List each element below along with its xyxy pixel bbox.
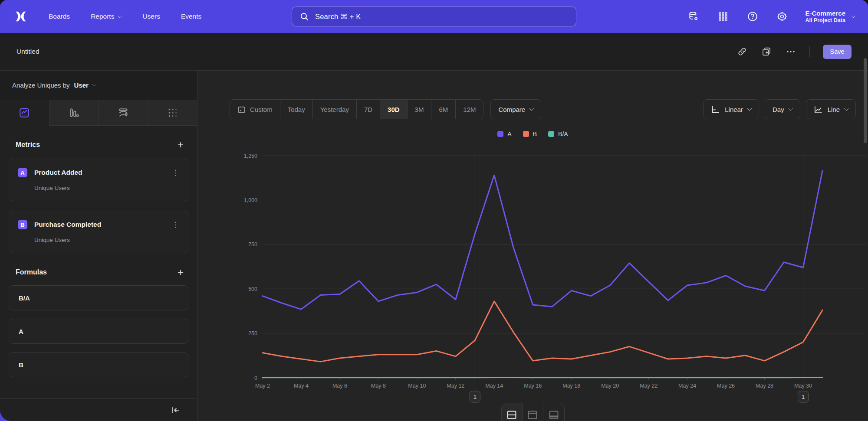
split-view-icon: [506, 410, 517, 420]
toggle-split-view[interactable]: [502, 403, 523, 421]
metric-card-purchase-completed[interactable]: B Purchase Completed ⋮ Unique Users: [9, 210, 188, 253]
project-selector[interactable]: E-Commerce All Project Data: [805, 10, 855, 24]
annotation-badge[interactable]: 1: [798, 391, 809, 402]
analyze-uniques-bar: Analyze Uniques by User: [0, 71, 197, 100]
more-options-icon[interactable]: [785, 46, 796, 57]
help-icon[interactable]: [746, 10, 759, 23]
calendar-icon: [237, 105, 246, 114]
svg-text:May 22: May 22: [640, 383, 658, 389]
report-type-tabs: [0, 100, 197, 126]
scrollbar-thumb[interactable]: [864, 58, 867, 143]
metrics-section-title: Metrics: [16, 141, 40, 149]
annotation-badge[interactable]: 1: [470, 391, 480, 402]
nav-item-users[interactable]: Users: [142, 13, 160, 20]
flows-icon: [118, 107, 129, 118]
analyze-value-dropdown[interactable]: User: [74, 82, 89, 89]
view-layout-toggles: [501, 403, 565, 421]
toggle-table-view[interactable]: [543, 403, 564, 421]
svg-text:500: 500: [248, 286, 257, 292]
formula-label: A: [19, 328, 23, 335]
chart-legend: A B B/A: [197, 130, 868, 138]
range-yesterday[interactable]: Yesterday: [313, 100, 357, 119]
data-management-icon[interactable]: [687, 10, 700, 23]
formula-card-b[interactable]: B: [9, 352, 188, 377]
nav-item-events[interactable]: Events: [181, 13, 201, 20]
formula-card-a[interactable]: A: [9, 319, 188, 344]
range-today[interactable]: Today: [280, 100, 313, 119]
legend-item-a[interactable]: A: [497, 131, 511, 137]
nav-item-reports[interactable]: Reports: [91, 13, 122, 20]
tab-flows[interactable]: [99, 100, 148, 126]
range-6m[interactable]: 6M: [431, 100, 456, 119]
svg-text:0: 0: [254, 375, 257, 381]
tab-retention[interactable]: [148, 100, 197, 126]
chart-controls: Custom Today Yesterday 7D 30D 3M 6M 12M …: [230, 99, 856, 119]
svg-text:May 8: May 8: [371, 383, 386, 389]
save-button[interactable]: Save: [823, 45, 852, 59]
top-nav: Boards Reports Users Events Search ⌘ + K: [0, 0, 868, 33]
formula-card-ba[interactable]: B/A: [9, 285, 188, 310]
svg-text:May 14: May 14: [485, 383, 503, 389]
sidebar-footer: [0, 398, 197, 421]
svg-text:May 26: May 26: [717, 383, 735, 389]
metric-menu-icon[interactable]: ⋮: [172, 168, 179, 177]
duplicate-icon[interactable]: [761, 46, 772, 57]
metric-card-product-added[interactable]: A Product Added ⋮ Unique Users: [9, 158, 188, 201]
tab-funnels[interactable]: [49, 100, 99, 126]
metric-name: Purchase Completed: [34, 221, 101, 228]
nav-item-boards[interactable]: Boards: [49, 13, 70, 20]
metric-measure-dropdown[interactable]: Unique Users: [18, 185, 179, 191]
legend-swatch: [548, 131, 554, 137]
metric-measure-dropdown[interactable]: Unique Users: [18, 237, 179, 243]
project-name: E-Commerce: [805, 10, 845, 18]
range-custom[interactable]: Custom: [230, 100, 280, 119]
chevron-down-icon: [118, 13, 122, 18]
svg-text:1: 1: [802, 394, 805, 400]
range-12m[interactable]: 12M: [456, 100, 483, 119]
add-metric-button[interactable]: +: [175, 140, 186, 149]
svg-text:May 18: May 18: [562, 383, 580, 389]
add-formula-button[interactable]: +: [175, 268, 186, 277]
analyze-label: Analyze Uniques by: [12, 82, 70, 89]
legend-swatch: [523, 131, 529, 137]
svg-text:May 12: May 12: [447, 383, 464, 389]
search-icon: [300, 12, 309, 21]
chevron-down-icon: [851, 13, 855, 18]
svg-text:1,000: 1,000: [244, 197, 257, 203]
report-title[interactable]: Untitled: [16, 48, 39, 55]
mixpanel-logo-icon[interactable]: [13, 9, 28, 24]
svg-text:May 6: May 6: [332, 383, 347, 389]
collapse-sidebar-icon[interactable]: [171, 405, 181, 415]
interval-dropdown[interactable]: Day: [765, 99, 800, 119]
svg-text:May 30: May 30: [794, 383, 812, 389]
insights-chart-icon: [19, 107, 30, 118]
svg-text:1,250: 1,250: [244, 153, 257, 159]
linear-axis-icon: [711, 105, 720, 114]
legend-item-ba[interactable]: B/A: [548, 131, 568, 137]
chart-svg[interactable]: 02505007501,0001,25011May 2May 4May 6May…: [197, 138, 868, 405]
range-3m[interactable]: 3M: [408, 100, 432, 119]
date-range-control: Custom Today Yesterday 7D 30D 3M 6M 12M: [230, 99, 483, 119]
legend-item-b[interactable]: B: [523, 131, 537, 137]
chart-view-icon: [527, 410, 538, 420]
tab-insights[interactable]: [0, 100, 49, 126]
range-7d[interactable]: 7D: [357, 100, 380, 119]
search-input[interactable]: Search ⌘ + K: [292, 7, 576, 26]
metric-menu-icon[interactable]: ⋮: [172, 220, 179, 229]
copy-link-icon[interactable]: [736, 46, 748, 57]
svg-text:1: 1: [473, 394, 477, 400]
metric-badge-b: B: [18, 220, 27, 229]
svg-text:May 16: May 16: [524, 383, 542, 389]
svg-text:May 10: May 10: [408, 383, 426, 389]
table-view-icon: [549, 410, 559, 420]
settings-gear-icon[interactable]: [776, 10, 789, 23]
formula-label: B/A: [19, 294, 30, 302]
toggle-chart-view[interactable]: [523, 403, 543, 421]
svg-text:250: 250: [248, 330, 257, 336]
chart-type-dropdown[interactable]: Line: [806, 99, 856, 119]
compare-button[interactable]: Compare: [490, 99, 541, 119]
scale-dropdown[interactable]: Linear: [703, 99, 759, 119]
range-30d[interactable]: 30D: [380, 100, 408, 119]
apps-grid-icon[interactable]: [717, 10, 730, 23]
svg-text:750: 750: [248, 242, 257, 248]
